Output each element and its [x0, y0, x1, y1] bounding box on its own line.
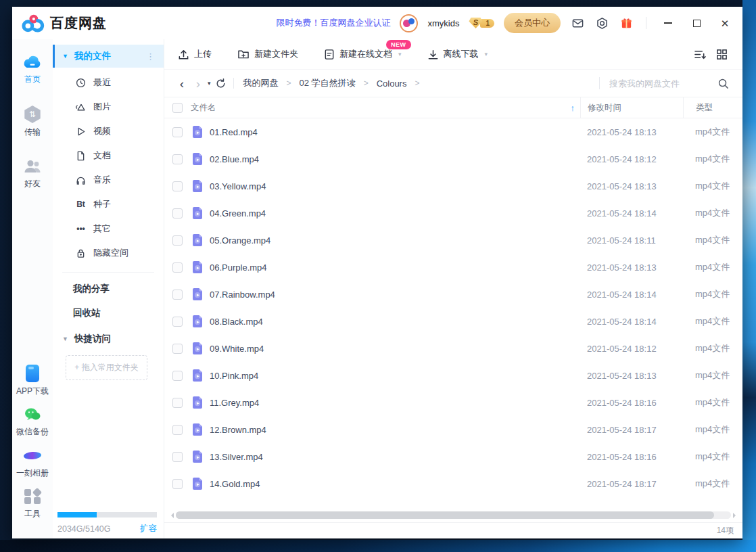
table-row[interactable]: 05.Orange.mp4 2021-05-24 18:11 mp4文件 — [164, 227, 742, 254]
offline-download-button[interactable]: 离线下载 ▾ — [427, 48, 488, 60]
close-button[interactable]: ✕ — [715, 14, 734, 32]
rail-item-transfer[interactable]: ⇅ 传输 — [24, 106, 41, 138]
new-online-doc-button[interactable]: NEW 新建在线文档 ▾ — [324, 48, 402, 60]
row-checkbox[interactable] — [172, 181, 183, 191]
sidebar-item-recycle-bin[interactable]: 回收站 — [53, 301, 164, 325]
table-row[interactable]: 14.Gold.mp4 2021-05-24 18:17 mp4文件 — [164, 470, 742, 497]
sidebar-item-other[interactable]: ••• 其它 — [53, 216, 164, 241]
sort-ascending-icon[interactable]: ↑ — [571, 103, 575, 113]
sidebar-item-hidden-space[interactable]: 隐藏空间 — [53, 241, 164, 265]
file-name[interactable]: 10.Pink.mp4 — [210, 371, 580, 381]
new-folder-button[interactable]: 新建文件夹 — [237, 48, 298, 60]
drop-favorite-folder-zone[interactable]: + 拖入常用文件夹 — [66, 355, 147, 380]
table-row[interactable]: 03.Yellow.mp4 2021-05-24 18:13 mp4文件 — [164, 172, 742, 200]
select-all-checkbox[interactable] — [172, 103, 183, 113]
back-button[interactable]: ‹ — [174, 77, 190, 90]
history-caret-icon[interactable]: ▾ — [208, 80, 211, 87]
upload-button[interactable]: 上传 — [178, 48, 212, 60]
scroll-left-arrow-icon[interactable] — [168, 513, 174, 518]
scrollbar-thumb[interactable] — [176, 511, 714, 519]
row-checkbox[interactable] — [172, 452, 183, 462]
file-name[interactable]: 05.Orange.mp4 — [210, 235, 580, 246]
breadcrumb-root[interactable]: 我的网盘 — [243, 77, 279, 89]
sort-order-icon[interactable] — [694, 49, 707, 60]
file-name[interactable]: 13.Silver.mp4 — [210, 452, 580, 462]
table-row[interactable]: 13.Silver.mp4 2021-05-24 18:16 mp4文件 — [164, 443, 742, 470]
rail-item-app-download[interactable]: APP下载 — [16, 365, 49, 397]
rail-item-tools[interactable]: 工具 — [24, 488, 41, 520]
row-checkbox[interactable] — [172, 154, 183, 164]
gift-icon[interactable] — [619, 16, 634, 30]
row-checkbox[interactable] — [172, 344, 183, 354]
file-name[interactable]: 12.Brown.mp4 — [210, 425, 580, 435]
table-row[interactable]: 07.Rainbow.mp4 2021-05-24 18:14 mp4文件 — [164, 281, 742, 308]
scrollbar-track[interactable] — [176, 511, 731, 519]
expand-storage-link[interactable]: 扩容 — [140, 523, 157, 534]
refresh-icon[interactable] — [215, 78, 227, 89]
file-name[interactable]: 14.Gold.mp4 — [210, 479, 580, 489]
horizontal-scrollbar[interactable] — [168, 511, 738, 520]
row-checkbox[interactable] — [172, 317, 183, 327]
minimize-button[interactable] — [659, 14, 678, 32]
avatar[interactable] — [400, 14, 418, 32]
row-checkbox[interactable] — [172, 262, 183, 273]
rail-item-home[interactable]: 首页 — [22, 53, 43, 85]
maximize-button[interactable] — [687, 14, 706, 32]
mail-icon[interactable] — [570, 16, 585, 30]
file-name[interactable]: 09.White.mp4 — [210, 344, 580, 354]
table-row[interactable]: 06.Purple.mp4 2021-05-24 18:13 mp4文件 — [164, 254, 742, 281]
breadcrumb-current[interactable]: Colours — [377, 78, 407, 89]
sidebar-item-my-share[interactable]: 我的分享 — [53, 277, 164, 301]
table-row[interactable]: 10.Pink.mp4 2021-05-24 18:13 mp4文件 — [164, 362, 742, 389]
row-checkbox[interactable] — [172, 425, 183, 435]
table-row[interactable]: 11.Grey.mp4 2021-05-24 18:16 mp4文件 — [164, 389, 742, 416]
sidebar-item-recent[interactable]: 最近 — [53, 70, 164, 95]
table-row[interactable]: 04.Green.mp4 2021-05-24 18:14 mp4文件 — [164, 200, 742, 227]
column-header-time[interactable]: 修改时间 — [580, 97, 683, 118]
rail-item-photos[interactable]: 一刻相册 — [16, 447, 49, 479]
file-name[interactable]: 03.Yellow.mp4 — [210, 181, 580, 191]
breadcrumb-folder[interactable]: 02 学自然拼读 — [300, 77, 356, 89]
row-checkbox[interactable] — [172, 208, 183, 218]
sidebar-item-torrents[interactable]: Bt 种子 — [53, 192, 164, 216]
settings-gear-icon[interactable] — [594, 16, 609, 30]
rail-item-wechat-backup[interactable]: 微信备份 — [16, 407, 49, 438]
row-checkbox[interactable] — [172, 479, 183, 489]
scroll-right-arrow-icon[interactable] — [733, 513, 738, 518]
column-header-type[interactable]: 类型 — [683, 97, 742, 118]
row-checkbox[interactable] — [172, 398, 183, 408]
row-checkbox[interactable] — [172, 290, 183, 300]
search-input[interactable] — [609, 78, 717, 89]
file-name[interactable]: 11.Grey.mp4 — [210, 398, 580, 408]
grid-view-icon[interactable] — [716, 49, 728, 60]
sidebar-item-my-files[interactable]: ▼ 我的文件 ⋮ — [53, 45, 164, 68]
table-row[interactable]: 02.Blue.mp4 2021-05-24 18:12 mp4文件 — [164, 145, 742, 172]
more-vertical-icon[interactable]: ⋮ — [146, 51, 156, 62]
file-name[interactable]: 04.Green.mp4 — [210, 208, 580, 218]
username[interactable]: xmykids — [427, 18, 459, 28]
sidebar-item-music[interactable]: 音乐 — [53, 168, 164, 192]
file-name[interactable]: 08.Black.mp4 — [210, 317, 580, 327]
file-name[interactable]: 01.Red.mp4 — [210, 127, 580, 137]
expand-triangle-icon[interactable]: ▼ — [62, 53, 68, 60]
forward-button[interactable]: › — [190, 77, 206, 90]
row-checkbox[interactable] — [172, 235, 183, 246]
member-center-button[interactable]: 会员中心 — [504, 13, 561, 33]
table-row[interactable]: 01.Red.mp4 2021-05-24 18:13 mp4文件 — [164, 118, 742, 145]
table-row[interactable]: 09.White.mp4 2021-05-24 18:12 mp4文件 — [164, 335, 742, 362]
sidebar-item-quick-access[interactable]: ▼ 快捷访问 — [53, 327, 164, 351]
offline-download-caret-icon[interactable]: ▾ — [485, 51, 488, 58]
svip-badge[interactable]: S 1 — [469, 18, 494, 28]
rail-item-friends[interactable]: 好友 — [23, 158, 42, 189]
new-doc-caret-icon[interactable]: ▾ — [398, 51, 402, 58]
table-row[interactable]: 08.Black.mp4 2021-05-24 18:14 mp4文件 — [164, 308, 742, 335]
row-checkbox[interactable] — [172, 371, 183, 381]
file-name[interactable]: 07.Rainbow.mp4 — [210, 290, 580, 300]
search-icon[interactable] — [717, 78, 729, 89]
file-name[interactable]: 02.Blue.mp4 — [210, 154, 580, 164]
sidebar-item-pictures[interactable]: 图片 — [53, 95, 164, 119]
column-header-name[interactable]: 文件名 — [191, 102, 216, 114]
enterprise-promo-link[interactable]: 限时免费！百度网盘企业认证 — [276, 17, 390, 29]
sidebar-item-videos[interactable]: 视频 — [53, 119, 164, 143]
row-checkbox[interactable] — [172, 127, 183, 137]
